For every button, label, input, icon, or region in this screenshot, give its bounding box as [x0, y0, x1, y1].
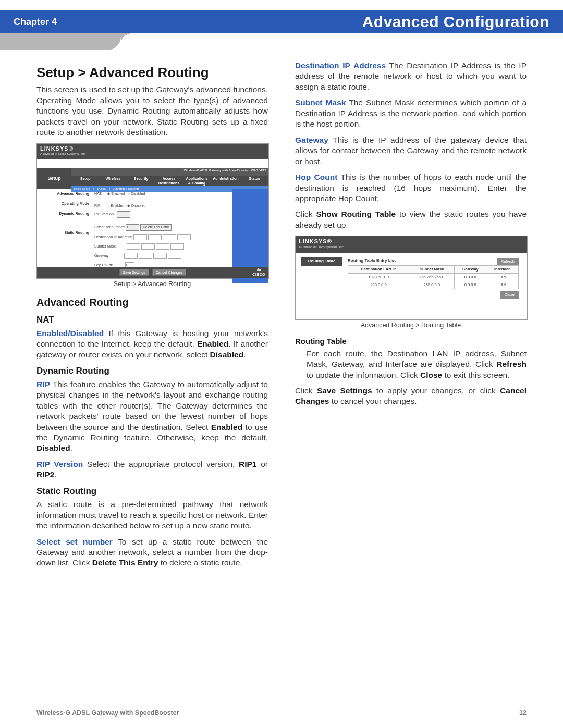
fig2-list-label: Routing Table Entry List: [348, 258, 396, 264]
destip-4[interactable]: [177, 234, 191, 240]
rip-bold-disabled: Disabled: [36, 443, 70, 452]
fig1-model-no: WAG54GS: [251, 169, 266, 172]
gateway-text: This is the IP address of the gateway de…: [295, 135, 527, 166]
gw-2[interactable]: [139, 253, 152, 259]
term-rip-version: RIP Version: [36, 460, 83, 468]
h4-dynamic-routing: Dynamic Routing: [36, 365, 268, 377]
sel-text-b: to delete a static route.: [158, 558, 242, 567]
nat-disabled-text: Disabled: [131, 192, 145, 195]
term-subnet-mask: Subnet Mask: [295, 98, 346, 107]
term-rip: RIP: [36, 380, 50, 389]
destip-paragraph: Destination IP Address The Destination I…: [295, 60, 527, 92]
rip-paragraph: RIP This feature enables the Gateway to …: [36, 379, 268, 454]
row-subnet: Subnet Mask:: [94, 243, 229, 250]
fig1-menu-setup[interactable]: Setup: [37, 168, 71, 189]
table-header-row: Destination LAN IP Subnet Mask Gateway I…: [348, 266, 519, 274]
static-paragraph-1: A static route is a pre-determined pathw…: [36, 499, 268, 531]
fig1-spacer: [37, 159, 268, 168]
gateway-paragraph: Gateway This is the IP address of the ga…: [295, 135, 527, 167]
header-tab-decoration: [0, 33, 121, 50]
fig2-tablewrap: Routing Table Entry List Refresh Destina…: [348, 253, 527, 314]
destip-2[interactable]: [148, 234, 162, 240]
subnet-2[interactable]: [141, 243, 155, 250]
fig1-buttonbar: Save Settings Cancel Changes ıılıılııCIS…: [37, 267, 268, 278]
rt-text-c: to exit this screen.: [442, 371, 509, 379]
th-destlanip: Destination LAN IP: [348, 266, 409, 274]
fig2-btns: Close: [348, 291, 519, 299]
subnet-3[interactable]: [156, 243, 169, 250]
row-gateway: Gateway:: [94, 253, 229, 259]
cell: LAN: [486, 281, 519, 289]
figure2-caption: Advanced Routing > Routing Table: [295, 321, 527, 330]
gw-1[interactable]: [124, 253, 138, 259]
rip-bold-enabled: Enabled: [211, 423, 242, 431]
gw-3[interactable]: [153, 253, 167, 259]
delete-entry-button[interactable]: Delete This Entry: [140, 224, 172, 231]
chapter-label: Chapter 4: [14, 17, 57, 28]
ripv-select[interactable]: [117, 211, 130, 218]
term-select-set: Select set number: [36, 537, 113, 546]
ripv-label: RIP Version:: [94, 212, 115, 216]
th-interface: Interface: [486, 266, 519, 274]
destip-label: Destination IP Address:: [94, 235, 132, 239]
subnet-1[interactable]: [127, 243, 140, 250]
rip-disabled-radio[interactable]: [127, 204, 131, 207]
fig2-brand-text: LINKSYS®: [299, 238, 332, 244]
page-header: Chapter 4 Advanced Configuration: [0, 10, 563, 33]
figure-advanced-routing-screenshot: LINKSYS® A Division of Cisco Systems, In…: [36, 143, 269, 279]
lbl-adv-routing: Advanced Routing: [39, 191, 89, 196]
footer: Wireless-G ADSL Gateway with SpeedBooste…: [36, 709, 527, 717]
gw-4[interactable]: [168, 253, 181, 259]
nat-bold-disabled: Disabled: [210, 350, 244, 359]
lbl-static-routing: Static Routing: [39, 230, 89, 235]
footer-page: 12: [519, 709, 527, 717]
subnet-paragraph: Subnet Mask The Subnet Mask determines w…: [295, 97, 527, 129]
ripv-or: or: [257, 460, 268, 468]
nat-label: NAT:: [94, 192, 102, 195]
figure-routing-table-screenshot: LINKSYS® A Division of Cisco Systems, In…: [295, 236, 528, 320]
nat-bold-enabled: Enabled: [197, 339, 228, 348]
tab-access[interactable]: Access Restrictions: [157, 176, 180, 186]
selset-select[interactable]: 1: [126, 224, 139, 231]
content-columns: Setup > Advanced Routing This screen is …: [36, 58, 527, 697]
tab-setup[interactable]: Setup: [74, 176, 97, 186]
save-settings-button[interactable]: Save Settings: [119, 269, 149, 276]
row-ripv: RIP Version:: [94, 211, 229, 218]
close-button[interactable]: Close: [500, 291, 519, 299]
save-text-b: to apply your changes, or click: [372, 386, 500, 395]
nat-text-c: .: [243, 350, 246, 359]
fig1-navbar: Wireless-G ADSL Gateway with SpeedBooste…: [71, 168, 268, 189]
th-gateway: Gateway: [455, 266, 486, 274]
th-subnet: Subnet Mask: [409, 266, 455, 274]
hopcount-paragraph: Hop Count This is the number of hops to …: [295, 172, 527, 204]
subnet-label: Subnet Mask:: [94, 244, 117, 248]
show-bold: Show Routing Table: [316, 209, 396, 218]
cancel-changes-button[interactable]: Cancel Changes: [152, 269, 187, 276]
header-title: Advanced Configuration: [362, 13, 549, 31]
destip-3[interactable]: [163, 234, 176, 240]
fig1-nav: Setup Wireless-G ADSL Gateway with Speed…: [37, 168, 268, 189]
tab-wireless[interactable]: Wireless: [101, 176, 125, 186]
row-selset: Select set number: 1 Delete This Entry: [94, 224, 229, 231]
tab-security[interactable]: Security: [129, 176, 153, 186]
subnet-4[interactable]: [170, 243, 184, 250]
lbl-op-mode: Operating Mode: [39, 201, 89, 206]
row-destip: Destination IP Address:: [94, 234, 229, 240]
term-enabled-disabled: Enabled/Disabled: [36, 329, 104, 338]
destip-1[interactable]: [133, 234, 147, 240]
show-routing-paragraph: Click Show Routing Table to view the sta…: [295, 209, 527, 230]
rip-disabled-text: Disabled: [131, 204, 145, 207]
sel-bold-delete: Delete This Entry: [92, 558, 158, 567]
nat-paragraph: Enabled/Disabled If this Gateway is host…: [36, 328, 268, 360]
refresh-button[interactable]: Refresh: [497, 258, 519, 265]
rip-enabled-text: Enabled: [111, 204, 124, 207]
fig1-model-row: Wireless-G ADSL Gateway with SpeedBooste…: [71, 168, 268, 176]
gw-label: Gateway:: [94, 254, 110, 257]
table-row: 192.168.1.0 255.255.255.0 0.0.0.0 LAN: [348, 274, 519, 281]
tab-admin[interactable]: Administration: [213, 176, 238, 186]
fig2-division: A Division of Cisco Systems, Inc.: [299, 245, 524, 250]
tab-status[interactable]: Status: [243, 176, 266, 186]
cell: 255.255.255.0: [409, 274, 455, 281]
fig1-division: A Division of Cisco Systems, Inc.: [40, 152, 265, 156]
tab-apps[interactable]: Applications & Gaming: [185, 176, 209, 186]
